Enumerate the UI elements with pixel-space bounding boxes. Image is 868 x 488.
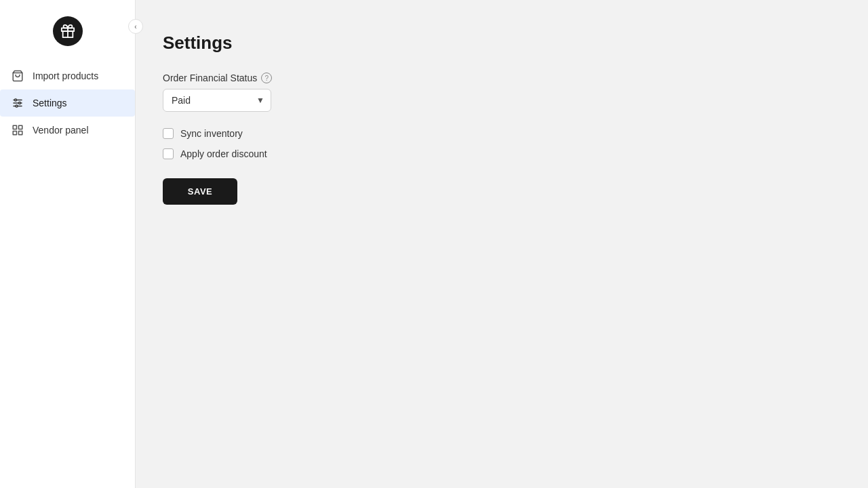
collapse-sidebar-button[interactable]: ‹ bbox=[128, 19, 143, 34]
sidebar-item-label: Vendor panel bbox=[33, 125, 89, 136]
page-title: Settings bbox=[163, 33, 841, 54]
sidebar-item-label: Settings bbox=[33, 98, 67, 108]
svg-rect-10 bbox=[19, 125, 22, 129]
apply-order-discount-label: Apply order discount bbox=[180, 148, 267, 159]
help-icon[interactable]: ? bbox=[261, 73, 272, 83]
grid-icon bbox=[11, 123, 24, 137]
shopping-bag-icon bbox=[11, 69, 24, 83]
app-logo bbox=[53, 16, 83, 46]
order-financial-status-select[interactable]: Paid Pending Authorized Partially paid R… bbox=[163, 89, 271, 112]
checkbox-group: Sync inventory Apply order discount bbox=[163, 128, 841, 159]
sliders-icon bbox=[11, 96, 24, 110]
sync-inventory-checkbox-item[interactable]: Sync inventory bbox=[163, 128, 841, 139]
svg-point-7 bbox=[19, 102, 21, 104]
sidebar-item-import-products[interactable]: Import products bbox=[0, 62, 135, 89]
order-financial-status-select-wrapper: Paid Pending Authorized Partially paid R… bbox=[163, 89, 271, 112]
sync-inventory-checkbox[interactable] bbox=[163, 128, 174, 139]
svg-point-8 bbox=[16, 105, 18, 107]
save-button[interactable]: SAVE bbox=[163, 178, 237, 205]
sidebar: ‹ Import products bbox=[0, 0, 136, 488]
order-financial-status-field: Order Financial Status ? Paid Pending Au… bbox=[163, 73, 841, 112]
sync-inventory-label: Sync inventory bbox=[180, 128, 243, 139]
svg-rect-9 bbox=[13, 125, 16, 129]
svg-rect-12 bbox=[19, 131, 22, 135]
sidebar-nav: Import products Settings bbox=[0, 62, 135, 144]
sidebar-item-settings[interactable]: Settings bbox=[0, 89, 135, 117]
main-content: Settings Order Financial Status ? Paid P… bbox=[136, 0, 868, 488]
apply-order-discount-checkbox[interactable] bbox=[163, 148, 174, 159]
sidebar-item-vendor-panel[interactable]: Vendor panel bbox=[0, 117, 135, 144]
order-financial-status-label: Order Financial Status ? bbox=[163, 73, 841, 83]
svg-rect-11 bbox=[13, 131, 16, 135]
sidebar-item-label: Import products bbox=[33, 70, 98, 81]
settings-form: Order Financial Status ? Paid Pending Au… bbox=[163, 73, 841, 205]
apply-order-discount-checkbox-item[interactable]: Apply order discount bbox=[163, 148, 841, 159]
svg-point-6 bbox=[15, 99, 17, 101]
